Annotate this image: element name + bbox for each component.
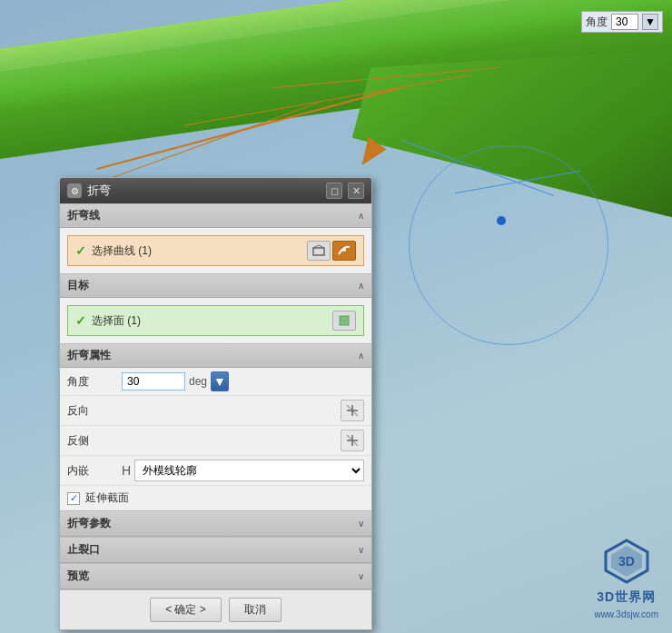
watermark-text-sub: www.3dsjw.com xyxy=(594,609,658,619)
inner-embed-icon: H xyxy=(122,463,131,478)
section-fold-line-label: 折弯线 xyxy=(67,208,100,223)
reverse-label: 反向 xyxy=(67,403,122,419)
section-preview-chevron: ∨ xyxy=(358,571,364,581)
extend-section-label: 延伸截面 xyxy=(85,490,129,506)
inner-embed-select-container: H 外模线轮廓 xyxy=(122,460,364,481)
select-face-text: 选择面 (1) xyxy=(92,313,141,329)
ok-button[interactable]: < 确定 > xyxy=(150,598,222,622)
blue-center-dot xyxy=(497,216,506,225)
select-curve-check: ✓ xyxy=(75,243,86,258)
angle-stepper[interactable]: ▼ xyxy=(211,371,229,391)
extend-section-row: ✓ 延伸截面 xyxy=(60,486,371,510)
select-curve-row: ✓ 选择曲线 (1) xyxy=(67,235,364,266)
extend-section-checkbox[interactable]: ✓ xyxy=(67,492,80,505)
watermark-text-main: 3D世界网 xyxy=(597,589,656,606)
inner-embed-select[interactable]: 外模线轮廓 xyxy=(134,460,364,481)
angle-label: 角度 xyxy=(67,374,122,390)
reverse2-button[interactable] xyxy=(341,430,364,451)
section-crack-chevron: ∨ xyxy=(358,545,364,555)
section-fold-params-label: 折弯参数 xyxy=(67,516,111,531)
select-face-row: ✓ 选择面 (1) xyxy=(67,305,364,336)
section-preview-label: 预览 xyxy=(67,569,89,584)
select-face-icon-1[interactable] xyxy=(332,311,356,331)
dialog-title-icon: ⚙ xyxy=(67,183,82,198)
select-face-label: ✓ 选择面 (1) xyxy=(75,313,141,329)
target-content: ✓ 选择面 (1) xyxy=(60,298,371,343)
angle-input[interactable] xyxy=(122,372,185,391)
select-curve-label: ✓ 选择曲线 (1) xyxy=(75,243,152,259)
select-curve-icon-1[interactable] xyxy=(307,241,331,261)
dialog-title: 折弯 xyxy=(87,183,321,199)
section-crack-label: 止裂口 xyxy=(67,542,100,558)
angle-display-label: 角度 xyxy=(586,15,608,30)
section-fold-props-chevron: ∧ xyxy=(358,351,364,361)
section-target[interactable]: 目标 ∧ xyxy=(60,273,371,298)
section-fold-params-chevron: ∨ xyxy=(358,519,364,529)
section-target-chevron: ∧ xyxy=(358,281,364,291)
dialog-titlebar: ⚙ 折弯 ◻ ✕ xyxy=(60,178,371,203)
angle-row: 角度 deg ▼ xyxy=(60,368,371,396)
svg-point-6 xyxy=(342,248,346,252)
angle-display-value: 30 xyxy=(611,14,638,30)
reverse-button[interactable] xyxy=(341,400,364,421)
section-fold-params[interactable]: 折弯参数 ∨ xyxy=(60,510,371,537)
angle-display-dropdown[interactable]: ▼ xyxy=(642,14,658,30)
angle-unit: deg xyxy=(189,375,207,388)
select-curve-text: 选择曲线 (1) xyxy=(92,243,152,259)
angle-display-widget: 角度 30 ▼ xyxy=(581,11,663,33)
svg-text:3D: 3D xyxy=(618,554,635,569)
angle-value-container: deg ▼ xyxy=(122,371,364,391)
dialog-close-button[interactable]: ✕ xyxy=(348,183,364,199)
select-face-icons xyxy=(332,311,356,331)
section-fold-props-label: 折弯属性 xyxy=(67,348,111,363)
blue-arc-guide xyxy=(409,145,608,345)
dialog-footer: < 确定 > 取消 xyxy=(60,589,371,629)
reverse2-row: 反侧 xyxy=(60,426,371,456)
fold-line-content: ✓ 选择曲线 (1) xyxy=(60,228,371,273)
select-curve-icon-2[interactable] xyxy=(332,241,356,261)
section-fold-props[interactable]: 折弯属性 ∧ xyxy=(60,343,371,368)
cancel-button[interactable]: 取消 xyxy=(229,598,282,622)
inner-embed-row: 内嵌 H 外模线轮廓 xyxy=(60,456,371,486)
section-crack[interactable]: 止裂口 ∨ xyxy=(60,537,371,563)
section-fold-line[interactable]: 折弯线 ∧ xyxy=(60,203,371,228)
watermark-logo: 3D xyxy=(602,537,651,586)
watermark: 3D 3D世界网 www.3dsjw.com xyxy=(594,537,658,619)
inner-embed-label: 内嵌 xyxy=(67,463,122,479)
reverse-row: 反向 xyxy=(60,396,371,426)
dialog-restore-button[interactable]: ◻ xyxy=(326,183,342,199)
section-target-label: 目标 xyxy=(67,278,89,293)
select-curve-icons xyxy=(307,241,356,261)
svg-rect-3 xyxy=(313,248,324,255)
reverse2-label: 反侧 xyxy=(67,433,122,449)
select-face-check: ✓ xyxy=(75,313,86,328)
fold-dialog: ⚙ 折弯 ◻ ✕ 折弯线 ∧ ✓ 选择曲线 (1) 目标 xyxy=(59,177,372,630)
section-fold-line-chevron: ∧ xyxy=(358,211,364,221)
section-preview[interactable]: 预览 ∨ xyxy=(60,563,371,589)
